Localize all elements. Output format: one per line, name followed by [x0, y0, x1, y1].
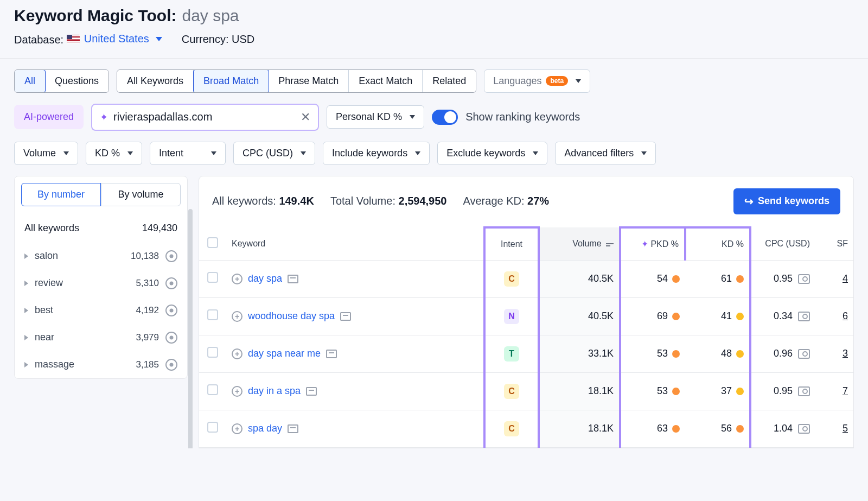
kd-cell: 56	[685, 410, 750, 447]
keyword-link[interactable]: woodhouse day spa	[248, 310, 335, 322]
personal-kd-dropdown[interactable]: Personal KD %	[327, 105, 424, 129]
keyword-link[interactable]: day spa	[248, 273, 282, 284]
keywords-table: Keyword Intent Volume ✦PKD % KD % CPC (U…	[199, 226, 853, 448]
chevron-down-icon	[63, 151, 69, 155]
match-exact[interactable]: Exact Match	[349, 70, 423, 92]
languages-dropdown[interactable]: Languages beta	[484, 69, 590, 93]
sidebar-by-number[interactable]: By number	[21, 183, 101, 206]
keyword-link[interactable]: spa day	[248, 423, 282, 434]
filter-kd[interactable]: KD %	[86, 142, 142, 165]
languages-label: Languages	[493, 75, 541, 87]
serp-icon[interactable]	[798, 312, 810, 321]
sidebar-item-name: near	[35, 332, 129, 343]
filter-advanced[interactable]: Advanced filters	[555, 142, 656, 165]
volume-cell: 40.5K	[539, 297, 620, 335]
arrow-icon: ↪	[744, 195, 754, 208]
filter-all[interactable]: All	[14, 69, 46, 93]
row-checkbox[interactable]	[207, 272, 218, 283]
match-related[interactable]: Related	[423, 70, 476, 92]
cpc-cell: 0.95	[750, 260, 815, 297]
clear-icon[interactable]: ✕	[301, 110, 310, 124]
pkd-cell: 54	[620, 260, 685, 297]
match-phrase[interactable]: Phrase Match	[269, 70, 349, 92]
sidebar-item[interactable]: massage 3,185	[15, 351, 187, 378]
col-volume[interactable]: Volume	[539, 227, 620, 261]
sf-cell: 3	[815, 335, 853, 372]
serp-preview-icon[interactable]	[288, 424, 298, 433]
add-keyword-icon[interactable]: +	[232, 386, 242, 397]
sidebar-all-keywords[interactable]: All keywords 149,430	[15, 214, 187, 243]
col-kd[interactable]: KD %	[685, 227, 750, 261]
volume-cell: 40.5K	[539, 260, 620, 297]
keyword-link[interactable]: day spa near me	[248, 348, 321, 359]
eye-icon[interactable]	[165, 305, 177, 316]
add-keyword-icon[interactable]: +	[232, 311, 242, 322]
eye-icon[interactable]	[165, 332, 177, 344]
eye-icon[interactable]	[165, 250, 177, 262]
filter-exclude[interactable]: Exclude keywords	[437, 142, 547, 165]
scrollbar[interactable]	[188, 209, 193, 448]
serp-preview-icon[interactable]	[288, 275, 298, 283]
serp-preview-icon[interactable]	[326, 350, 337, 358]
difficulty-dot-icon	[672, 275, 680, 283]
eye-icon[interactable]	[165, 359, 177, 371]
cpc-cell: 0.96	[750, 335, 815, 372]
chevron-down-icon	[415, 151, 420, 155]
filter-volume[interactable]: Volume	[14, 142, 78, 165]
filter-include[interactable]: Include keywords	[323, 142, 430, 165]
filter-intent[interactable]: Intent	[150, 142, 226, 165]
sidebar-item[interactable]: review 5,310	[15, 270, 187, 297]
col-pkd[interactable]: ✦PKD %	[620, 227, 685, 261]
row-checkbox[interactable]	[207, 384, 218, 395]
sidebar-item-name: massage	[35, 359, 129, 370]
sidebar-by-volume[interactable]: By volume	[101, 183, 181, 206]
kd-cell: 41	[685, 297, 750, 335]
serp-icon[interactable]	[798, 274, 810, 284]
add-keyword-icon[interactable]: +	[232, 274, 242, 284]
send-keywords-button[interactable]: ↪ Send keywords	[733, 188, 840, 214]
page-title: Keyword Magic Tool:	[14, 7, 176, 25]
filter-questions[interactable]: Questions	[45, 70, 108, 92]
col-intent[interactable]: Intent	[484, 227, 539, 261]
table-row: + woodhouse day spa N 40.5K 69 41 0.34 6	[199, 297, 853, 335]
row-checkbox[interactable]	[207, 347, 218, 358]
serp-icon[interactable]	[798, 386, 810, 396]
col-cpc[interactable]: CPC (USD)	[750, 227, 815, 261]
table-row: + day in a spa C 18.1K 53 37 0.95 7	[199, 372, 853, 410]
serp-icon[interactable]	[798, 424, 810, 434]
kd-cell: 37	[685, 372, 750, 410]
match-all-keywords[interactable]: All Keywords	[117, 70, 194, 92]
table-row: + day spa C 40.5K 54 61 0.95 4	[199, 260, 853, 297]
sf-cell: 7	[815, 372, 853, 410]
pkd-cell: 53	[620, 335, 685, 372]
domain-input[interactable]: ✦ rivieraspadallas.com ✕	[91, 104, 319, 131]
keyword-link[interactable]: day in a spa	[248, 385, 301, 397]
col-sf[interactable]: SF	[815, 227, 853, 261]
currency-label: Currency: USD	[182, 33, 254, 46]
filter-cpc[interactable]: CPC (USD)	[233, 142, 315, 165]
match-broad[interactable]: Broad Match	[193, 69, 269, 93]
sidebar-item[interactable]: near 3,979	[15, 324, 187, 351]
eye-icon[interactable]	[165, 277, 177, 289]
chevron-right-icon	[24, 335, 28, 340]
sidebar-item[interactable]: best 4,192	[15, 297, 187, 324]
show-ranking-toggle[interactable]	[432, 110, 458, 125]
add-keyword-icon[interactable]: +	[232, 423, 242, 434]
sidebar-item[interactable]: salon 10,138	[15, 243, 187, 270]
difficulty-dot-icon	[736, 313, 744, 320]
row-checkbox[interactable]	[207, 309, 218, 320]
difficulty-dot-icon	[672, 350, 680, 358]
col-keyword[interactable]: Keyword	[226, 227, 484, 261]
add-keyword-icon[interactable]: +	[232, 348, 242, 359]
kd-cell: 48	[685, 335, 750, 372]
serp-preview-icon[interactable]	[340, 312, 351, 321]
serp-icon[interactable]	[798, 349, 810, 359]
sparkle-icon: ✦	[100, 111, 108, 123]
row-checkbox[interactable]	[207, 422, 218, 433]
select-all-checkbox[interactable]	[207, 237, 218, 248]
show-ranking-label: Show ranking keywords	[465, 111, 580, 123]
chevron-down-icon	[211, 151, 216, 155]
sidebar-item-count: 10,138	[131, 251, 159, 262]
serp-preview-icon[interactable]	[306, 387, 317, 396]
database-selector[interactable]: United States	[67, 33, 162, 45]
